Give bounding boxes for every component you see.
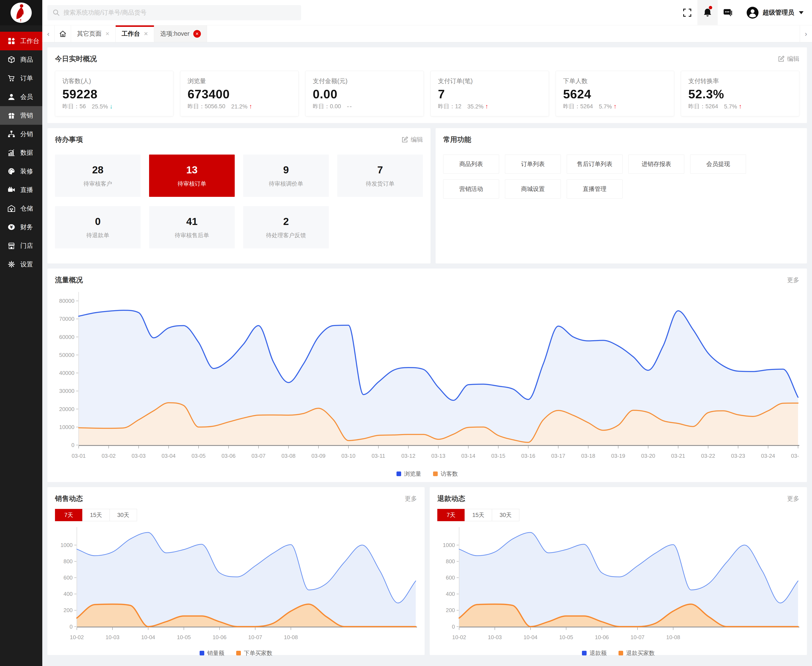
todo-pending-shipment[interactable]: 7待发货订单	[337, 155, 423, 197]
avatar	[746, 7, 759, 19]
sidebar-item-members[interactable]: 会员	[0, 87, 42, 106]
quick-live-manage[interactable]: 直播管理	[567, 180, 622, 198]
svg-text:03-13: 03-13	[431, 453, 446, 459]
todo-pending-feedback[interactable]: 2待处理客户反馈	[243, 206, 329, 249]
todo-pending-customers[interactable]: 28待审核客户	[55, 155, 140, 197]
svg-text:03-14: 03-14	[461, 453, 475, 459]
tab-workbench[interactable]: 工作台 ✕	[116, 25, 154, 42]
sidebar-item-warehouse[interactable]: 仓储	[0, 199, 42, 218]
user-menu[interactable]: 超级管理员	[746, 7, 804, 19]
svg-text:10-05: 10-05	[177, 634, 191, 640]
todo-pending-price-adjust[interactable]: 9待审核调价单	[243, 155, 329, 197]
stat-value: 7	[438, 87, 541, 101]
legend-item-sales-amount[interactable]: 销量额	[200, 649, 224, 657]
close-icon[interactable]: ✕	[105, 31, 109, 36]
storefront-icon	[8, 242, 15, 249]
sales-more-link[interactable]: 更多	[405, 495, 417, 503]
todo-pending-aftersale[interactable]: 41待审核售后单	[149, 206, 235, 249]
svg-text:10-07: 10-07	[248, 634, 262, 640]
dashboard-icon	[8, 37, 15, 45]
legend-item-refund-buyers[interactable]: 退款买家数	[619, 649, 655, 657]
refund-more-link[interactable]: 更多	[787, 495, 799, 503]
quick-member-withdraw[interactable]: 会员提现	[690, 155, 746, 173]
tab-7-days[interactable]: 7天	[55, 509, 83, 521]
quick-mall-settings[interactable]: 商城设置	[505, 180, 561, 198]
svg-text:10-06: 10-06	[595, 634, 609, 640]
global-search[interactable]	[47, 5, 301, 20]
legend-item-order-buyers[interactable]: 下单买家数	[236, 649, 272, 657]
svg-text:03-03: 03-03	[132, 453, 146, 459]
quick-order-list[interactable]: 订单列表	[505, 155, 561, 173]
sidebar: 工作台 商品 订单 会员 营销 分销 数据 装修 直播 仓储 ¥ 财务	[0, 25, 42, 666]
svg-text:60000: 60000	[59, 334, 74, 340]
overview-edit-button[interactable]: 编辑	[778, 55, 799, 63]
legend-item-pageviews[interactable]: 浏览量	[396, 470, 421, 478]
tabs-scroll-right[interactable]: ›	[800, 25, 812, 42]
refund-card: 退款动态 更多 7天 15天 30天 0200400600800100010-0…	[430, 487, 807, 655]
refund-legend: 退款额 退款买家数	[437, 649, 799, 657]
tab-7-days[interactable]: 7天	[437, 509, 465, 521]
svg-text:03-10: 03-10	[342, 453, 356, 459]
svg-text:800: 800	[63, 558, 73, 564]
quick-goods-list[interactable]: 商品列表	[443, 155, 499, 173]
edit-label: 编辑	[787, 55, 799, 63]
stat-label: 支付转换率	[688, 77, 792, 86]
todo-pending-refund[interactable]: 0待退款单	[55, 206, 140, 249]
sidebar-item-store[interactable]: 门店	[0, 236, 42, 255]
quick-aftersale-list[interactable]: 售后订单列表	[567, 155, 622, 173]
sidebar-item-live[interactable]: 直播	[0, 181, 42, 199]
fullscreen-button[interactable]	[677, 0, 697, 25]
svg-text:0: 0	[71, 442, 74, 448]
sidebar-item-finance[interactable]: ¥ 财务	[0, 218, 42, 236]
sidebar-item-workbench[interactable]: 工作台	[0, 32, 42, 50]
close-icon[interactable]: ✕	[144, 31, 148, 36]
sidebar-item-label: 分销	[20, 130, 33, 138]
tab-strip-spacer	[207, 25, 800, 42]
topbar-actions: 超级管理员	[677, 0, 804, 25]
todo-card: 待办事项 编辑 28待审核客户 13待审核订单 9待审核调价单 7待发货订单 0…	[47, 128, 431, 264]
sidebar-item-settings[interactable]: 设置	[0, 255, 42, 274]
stat-yesterday: 昨日：5625.5% ↓	[63, 102, 166, 110]
legend-item-refund-amount[interactable]: 退款额	[582, 649, 607, 657]
section-title: 常用功能	[443, 135, 471, 144]
legend-item-visitors[interactable]: 访客数	[433, 470, 458, 478]
sidebar-item-label: 工作台	[20, 37, 39, 45]
tab-15-days[interactable]: 15天	[465, 509, 492, 521]
close-icon[interactable]: ✕	[193, 30, 201, 38]
stat-conversion-rate: 支付转换率 52.3% 昨日：52645.7% ↑	[681, 71, 799, 116]
messages-button[interactable]	[718, 0, 738, 25]
fullscreen-icon	[683, 8, 692, 17]
section-title: 流量概况	[55, 275, 83, 285]
sidebar-item-data[interactable]: 数据	[0, 143, 42, 162]
sales-card: 销售动态 更多 7天 15天 30天 0200400600800100010-0…	[47, 487, 424, 655]
quick-inventory-report[interactable]: 进销存报表	[629, 155, 684, 173]
sidebar-item-distribution[interactable]: 分销	[0, 125, 42, 143]
notifications-button[interactable]	[697, 0, 718, 25]
edit-icon	[778, 56, 784, 63]
quick-marketing-activity[interactable]: 营销活动	[443, 180, 499, 198]
tab-30-days[interactable]: 30天	[109, 509, 137, 521]
tab-other-page[interactable]: 其它页面 ✕	[71, 25, 116, 42]
svg-text:200: 200	[63, 607, 73, 613]
sales-legend: 销量额 下单买家数	[55, 649, 417, 657]
tab-30-days[interactable]: 30天	[492, 509, 519, 521]
search-input[interactable]	[47, 5, 301, 20]
refund-range-tabs: 7天 15天 30天	[437, 509, 519, 521]
tab-15-days[interactable]: 15天	[82, 509, 110, 521]
todo-edit-button[interactable]: 编辑	[401, 135, 423, 144]
todo-pending-orders[interactable]: 13待审核订单	[149, 155, 235, 197]
sidebar-item-goods[interactable]: 商品	[0, 50, 42, 69]
svg-text:03-12: 03-12	[401, 453, 416, 459]
sidebar-item-orders[interactable]: 订单	[0, 69, 42, 87]
sidebar-item-decorate[interactable]: 装修	[0, 162, 42, 181]
svg-text:30000: 30000	[59, 388, 74, 394]
app-logo[interactable]	[0, 0, 42, 25]
tabs-scroll-left[interactable]: ‹	[42, 25, 54, 42]
tab-home[interactable]	[54, 25, 71, 42]
svg-text:10-05: 10-05	[559, 634, 573, 640]
svg-text:10-08: 10-08	[666, 634, 680, 640]
sidebar-item-marketing[interactable]: 营销	[0, 106, 42, 125]
tab-option-hover[interactable]: 选项:hover ✕	[154, 25, 207, 42]
section-title: 待办事项	[55, 135, 83, 144]
traffic-more-link[interactable]: 更多	[787, 276, 799, 284]
